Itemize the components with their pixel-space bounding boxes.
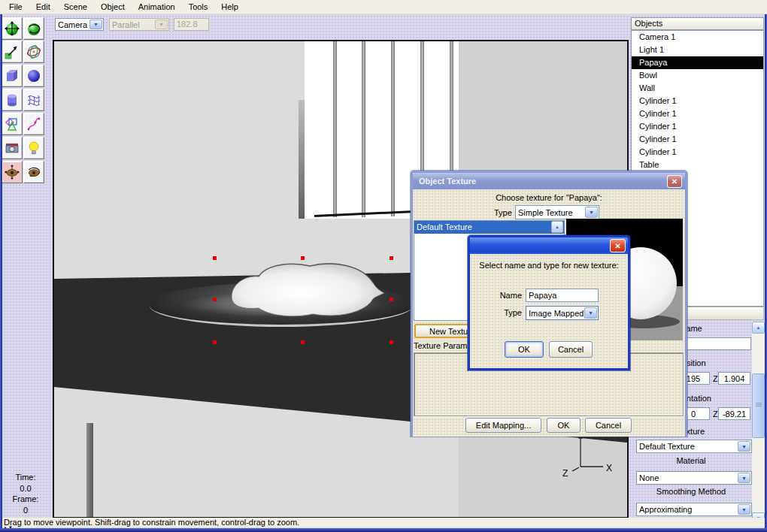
create-curve-tool-button[interactable] (23, 113, 44, 135)
menu-file[interactable]: File (2, 1, 29, 14)
create-spline-mesh-tool-button[interactable] (23, 89, 44, 111)
new-texture-type-select[interactable]: Image Mapped ▼ (526, 306, 599, 320)
scroll-up-icon[interactable]: ▲ (752, 322, 765, 334)
selection-handle[interactable] (390, 298, 393, 301)
object-item[interactable]: Cylinder 1 (632, 146, 763, 159)
selection-handle[interactable] (213, 340, 217, 344)
move-object-tool-button[interactable] (2, 41, 23, 63)
position-z-field[interactable] (718, 372, 750, 385)
chevron-down-icon: ▼ (155, 20, 168, 29)
rotate-object-tool-button[interactable] (23, 41, 44, 63)
time-label: Time: (5, 472, 47, 483)
texture-type-select[interactable]: Simple Texture ▼ (515, 205, 599, 219)
object-item[interactable]: Bowl (632, 69, 763, 82)
close-icon[interactable]: ✕ (610, 239, 626, 252)
object-item[interactable]: Cylinder 1 (632, 95, 763, 107)
create-cube-tool-button[interactable] (2, 65, 23, 87)
texture-list-item-selected[interactable]: Default Texture (414, 221, 564, 234)
close-icon[interactable]: ✕ (667, 175, 682, 188)
scene-cylinder-slat (391, 41, 395, 216)
chevron-down-icon[interactable]: ▼ (89, 20, 102, 29)
texture-dialog-cancel-button[interactable]: Cancel (585, 418, 632, 433)
new-texture-dialog-body: Select name and type for new texture: Na… (470, 254, 628, 368)
rotate-viewpoint-tool-button[interactable] (23, 17, 44, 40)
property-material-label: Material (630, 456, 752, 465)
menu-object[interactable]: Object (94, 1, 132, 14)
frame-value: 0 (5, 505, 47, 516)
object-item-selected[interactable]: Papaya (632, 56, 763, 69)
selection-handle[interactable] (301, 256, 305, 260)
object-texture-dialog-titlebar[interactable]: Object Texture (413, 173, 685, 189)
camera-select[interactable]: Camera 1 ▼ (55, 18, 104, 31)
move-viewpoint-tool-button[interactable] (2, 17, 23, 40)
object-item[interactable]: Camera 1 (632, 31, 763, 44)
axis-z-label: Z (562, 468, 568, 479)
edit-mapping-label: Edit Mapping... (476, 421, 531, 430)
create-polygon-tool-button[interactable] (2, 113, 23, 135)
create-camera-tool-button[interactable] (2, 137, 23, 159)
projection-select: Parallel ▼ (109, 18, 169, 31)
ok-label: OK (558, 421, 570, 430)
new-texture-dialog-titlebar[interactable] (470, 237, 628, 254)
rotate-eye-tool-button[interactable] (23, 161, 44, 183)
new-texture-dialog: ✕ Select name and type for new texture: … (468, 235, 630, 370)
chevron-down-icon[interactable]: ▼ (738, 441, 750, 452)
object-item[interactable]: Cylinder 1 (632, 133, 763, 146)
selection-handle[interactable] (301, 340, 305, 344)
cube-icon (5, 68, 20, 83)
scene-papaya (226, 255, 387, 327)
scroll-up-icon[interactable]: ▲ (551, 221, 563, 233)
axis-x-label: X (606, 463, 612, 473)
texture-select-value: Default Texture (639, 442, 695, 451)
window-border-bottom (0, 528, 767, 532)
texture-type-value: Simple Texture (518, 208, 573, 217)
cancel-label: Cancel (596, 421, 621, 430)
new-texture-prompt: Select name and type for new texture: (470, 261, 628, 270)
spline-mesh-icon (26, 92, 41, 107)
new-texture-ok-button[interactable]: OK (505, 341, 544, 358)
chevron-down-icon[interactable]: ▼ (738, 504, 750, 515)
menu-tools[interactable]: Tools (182, 1, 215, 14)
menu-animation[interactable]: Animation (132, 1, 182, 14)
selection-handle[interactable] (390, 340, 393, 344)
object-item[interactable]: Wall (632, 82, 763, 95)
property-smoothing-label: Smoothing Method (630, 487, 752, 496)
material-select[interactable]: None ▼ (636, 471, 752, 485)
menu-scene[interactable]: Scene (57, 1, 94, 14)
create-sphere-tool-button[interactable] (23, 65, 44, 87)
chevron-down-icon[interactable]: ▼ (584, 307, 597, 319)
texture-dialog-ok-button[interactable]: OK (547, 418, 581, 433)
object-item[interactable]: Cylinder 1 (632, 107, 763, 120)
menu-help[interactable]: Help (214, 1, 245, 14)
new-texture-type-value: Image Mapped (529, 309, 584, 318)
chevron-down-icon[interactable]: ▼ (738, 473, 750, 483)
time-value: 0.0 (5, 483, 47, 494)
orientation-z-field[interactable] (718, 407, 750, 420)
selection-handle[interactable] (213, 256, 217, 260)
new-texture-name-field[interactable] (526, 289, 599, 302)
objects-header: Objects (631, 17, 764, 30)
app-window: File Edit Scene Object Animation Tools H… (0, 0, 767, 532)
object-item[interactable]: Cylinder 1 (632, 120, 763, 133)
new-texture-cancel-button[interactable]: Cancel (549, 341, 593, 358)
smoothing-select[interactable]: Approximating ▼ (636, 503, 752, 516)
move-eye-tool-button[interactable] (2, 161, 23, 183)
texture-select[interactable]: Default Texture ▼ (636, 440, 752, 453)
edit-mapping-button[interactable]: Edit Mapping... (465, 418, 541, 433)
create-light-tool-button[interactable] (23, 137, 44, 159)
object-item[interactable]: Table (632, 159, 763, 171)
camera-icon (5, 141, 20, 156)
menu-edit[interactable]: Edit (29, 1, 57, 14)
orientation-z-label: Z (713, 410, 718, 419)
selection-handle[interactable] (390, 256, 393, 260)
dialog-title: Object Texture (419, 177, 476, 186)
selection-handle[interactable] (213, 298, 217, 301)
material-select-value: None (639, 473, 659, 482)
object-item[interactable]: Light 1 (632, 44, 763, 56)
create-cylinder-tool-button[interactable] (2, 89, 23, 111)
magnification-field: 182.8 (174, 18, 209, 31)
chevron-down-icon[interactable]: ▼ (585, 207, 598, 218)
frame-label: Frame: (5, 494, 47, 505)
move-viewpoint-icon (5, 21, 20, 36)
properties-scroll-thumb[interactable] (752, 373, 765, 438)
